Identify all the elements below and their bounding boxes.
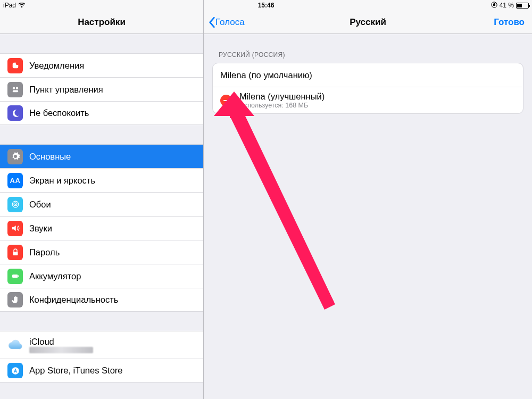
sidebar-item-label: Обои	[29, 200, 51, 210]
back-button[interactable]: Голоса	[208, 16, 245, 28]
clock: 15:46	[258, 2, 275, 9]
sidebar-item-label: App Store, iTunes Store	[29, 365, 122, 376]
cloud-icon	[7, 337, 23, 353]
svg-rect-5	[12, 90, 18, 93]
battery-icon	[516, 3, 529, 9]
svg-point-8	[15, 204, 16, 205]
sidebar-item-label: Не беспокоить	[29, 108, 89, 118]
sidebar-item-general[interactable]: Основные	[0, 144, 203, 168]
sidebar-item-appstore[interactable]: App Store, iTunes Store	[0, 359, 203, 383]
sidebar-item-label: Звуки	[29, 223, 52, 234]
svg-point-12	[12, 367, 19, 375]
sidebar-item-sounds[interactable]: Звуки	[0, 216, 203, 240]
orientation-lock-icon	[491, 2, 497, 10]
sidebar-item-battery[interactable]: Аккумулятор	[0, 264, 203, 288]
sidebar-item-display[interactable]: AA Экран и яркость	[0, 168, 203, 192]
voice-list: Milena (по умолчанию) Milena (улучшенный…	[212, 63, 523, 114]
delete-minus-icon[interactable]	[220, 95, 232, 106]
svg-point-2	[15, 62, 19, 65]
sidebar-item-label: Уведомления	[29, 61, 84, 71]
sidebar-item-label: iCloud	[29, 337, 93, 347]
sidebar-item-label: Пункт управления	[29, 85, 103, 95]
voice-name: Milena (улучшенный)	[239, 92, 325, 102]
done-button[interactable]: Готово	[494, 17, 525, 28]
gear-icon	[7, 149, 23, 164]
moon-icon	[7, 105, 23, 121]
device-label: iPad	[3, 2, 16, 9]
voice-size: Используется: 168 МБ	[239, 102, 325, 109]
detail-title: Русский	[350, 17, 386, 28]
wallpaper-icon	[7, 197, 23, 212]
sidebar-item-label: Пароль	[29, 247, 60, 257]
wifi-icon	[18, 3, 26, 8]
sidebar-item-passcode[interactable]: Пароль	[0, 240, 203, 264]
back-label: Голоса	[215, 17, 245, 28]
appstore-icon	[7, 363, 23, 378]
sidebar-item-notifications[interactable]: Уведомления	[0, 53, 203, 77]
voice-name: Milena (по умолчанию)	[220, 70, 312, 80]
svg-rect-11	[18, 276, 19, 277]
sidebar-item-label: Основные	[29, 152, 71, 162]
svg-point-3	[12, 87, 15, 90]
voice-row-default[interactable]: Milena (по умолчанию)	[213, 63, 523, 87]
sidebar-item-control-center[interactable]: Пункт управления	[0, 77, 203, 101]
sidebar-title: Настройки	[78, 17, 126, 28]
svg-rect-9	[13, 252, 18, 255]
svg-rect-10	[12, 275, 18, 278]
sidebar-item-label: Аккумулятор	[29, 271, 81, 281]
notifications-icon	[7, 58, 23, 73]
sidebar-item-dnd[interactable]: Не беспокоить	[0, 101, 203, 125]
battery-app-icon	[7, 269, 23, 284]
control-center-icon	[7, 82, 23, 97]
hand-icon	[7, 292, 23, 307]
speaker-icon	[7, 221, 23, 236]
voice-section-header: РУССКИЙ (РОССИЯ)	[212, 51, 523, 63]
detail-pane: Голоса Русский Готово РУССКИЙ (РОССИЯ) M…	[204, 0, 532, 399]
battery-pct: 41 %	[500, 2, 514, 9]
svg-point-4	[15, 87, 18, 90]
voice-row-enhanced[interactable]: Milena (улучшенный) Используется: 168 МБ	[213, 87, 523, 113]
settings-sidebar: Настройки Уведомления Пункт управления	[0, 0, 204, 399]
sidebar-item-wallpaper[interactable]: Обои	[0, 192, 203, 216]
sidebar-item-label: Экран и яркость	[29, 176, 95, 186]
status-bar: iPad 15:46 41 %	[0, 0, 532, 11]
sidebar-item-privacy[interactable]: Конфиденциальность	[0, 288, 203, 312]
chevron-left-icon	[208, 16, 215, 28]
lock-icon	[7, 245, 23, 260]
sidebar-item-label: Конфиденциальность	[29, 295, 118, 305]
display-icon: AA	[7, 173, 23, 188]
icloud-account-redacted	[29, 347, 93, 353]
sidebar-item-icloud[interactable]: iCloud	[0, 331, 203, 359]
